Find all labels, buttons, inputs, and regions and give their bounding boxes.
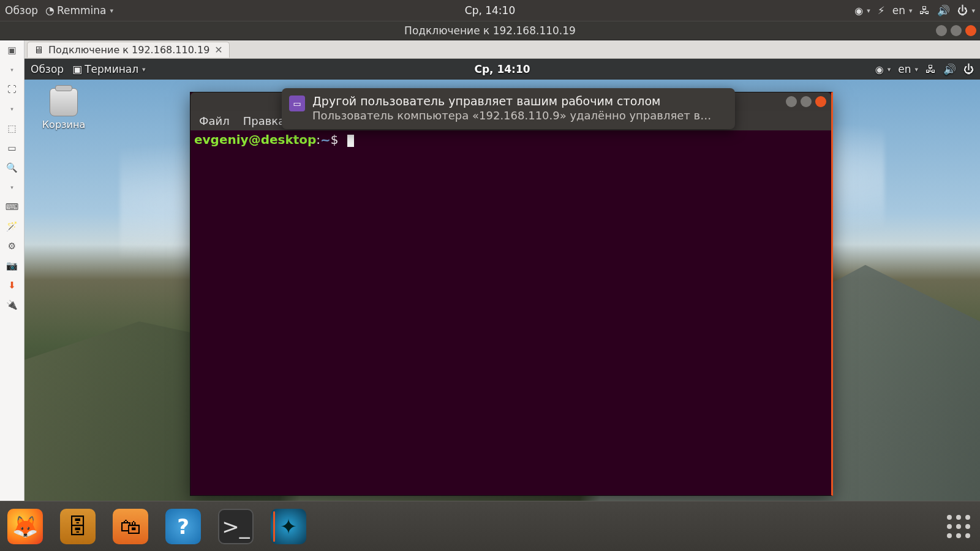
window-close-button[interactable] — [965, 25, 976, 36]
remmina-toolbar: ▣ ⛶ ⬚ ▭ 🔍 ⌨ 🪄 ⚙ 📷 ⬇ 🔌 — [0, 40, 24, 501]
remote-activities-button[interactable]: Обзор — [31, 63, 64, 75]
remmina-tool-fullscreen-icon[interactable]: ⬚ — [4, 121, 20, 136]
remote-topbar: Обзор ▣ Терминал Ср, 14:10 ◉ en 🖧 🔊 ⏻ — [24, 59, 980, 80]
terminal-maximize-button[interactable] — [801, 96, 812, 107]
window-maximize-button[interactable] — [951, 25, 962, 36]
remmina-tool-download-icon[interactable]: ⬇ — [4, 278, 20, 293]
remmina-client-area: ▣ ⛶ ⬚ ▭ 🔍 ⌨ 🪄 ⚙ 📷 ⬇ 🔌 🖥 Подключение к 19… — [0, 40, 980, 501]
volume-icon[interactable]: 🔊 — [937, 4, 950, 17]
screen-share-icon: ▭ — [289, 96, 305, 111]
host-activities-button[interactable]: Обзор — [5, 4, 38, 17]
dock-app-terminal[interactable]: >_ — [218, 509, 254, 544]
remote-desktop-viewport[interactable]: Обзор ▣ Терминал Ср, 14:10 ◉ en 🖧 🔊 ⏻ Ко… — [24, 59, 980, 501]
show-applications-button[interactable] — [944, 512, 973, 541]
network-icon[interactable]: 🖧 — [919, 4, 930, 17]
remote-keyboard-layout-label: en — [898, 63, 911, 75]
remote-app-menu[interactable]: ▣ Терминал — [72, 63, 146, 75]
dock-app-help[interactable]: ? — [165, 509, 201, 544]
remote-app-menu-label: Терминал — [85, 63, 138, 75]
dock-app-firefox[interactable]: 🦊 — [7, 509, 43, 544]
dock-app-remmina[interactable]: ✦ — [271, 509, 306, 544]
remmina-tool-fit-window-icon[interactable]: ▭ — [4, 141, 20, 156]
dock-app-software[interactable]: 🛍 — [113, 509, 148, 544]
keyboard-layout-label: en — [892, 4, 905, 17]
keyboard-layout-menu[interactable]: en — [892, 4, 913, 17]
remote-power-icon[interactable]: ⏻ — [963, 63, 974, 75]
prompt-path: ~ — [320, 132, 331, 147]
host-app-menu-label: Remmina — [57, 4, 107, 17]
tab-close-button[interactable]: ✕ — [214, 44, 222, 56]
terminal-menu-edit[interactable]: Правка — [243, 114, 285, 127]
unknown-indicator-icon[interactable]: ⚡ — [878, 4, 885, 17]
terminal-cursor — [347, 135, 354, 147]
terminal-small-icon: ▣ — [72, 63, 82, 75]
notification-body: Пользователь компьютера «192.168.110.9» … — [312, 109, 725, 122]
window-title: Подключение к 192.168.110.19 — [404, 24, 576, 37]
host-app-menu[interactable]: ◔ Remmina — [45, 4, 113, 17]
accessibility-icon: ◉ — [875, 64, 884, 75]
remmina-tabbar: 🖥 Подключение к 192.168.110.19 ✕ — [24, 40, 980, 59]
remote-network-icon[interactable]: 🖧 — [925, 63, 936, 75]
remmina-tool-dropdown-3[interactable] — [4, 180, 20, 195]
shopping-bag-icon: 🛍 — [120, 514, 141, 539]
remmina-tool-tools-icon[interactable]: ⚙ — [4, 239, 20, 253]
help-icon: ? — [177, 514, 189, 539]
trash-label: Корзина — [34, 119, 93, 130]
remmina-tool-keyboard-icon[interactable]: ⌨ — [4, 200, 20, 214]
power-icon: ⏻ — [957, 4, 968, 17]
remmina-window-titlebar: Подключение к 192.168.110.19 — [0, 21, 980, 40]
system-menu[interactable]: ⏻ — [957, 4, 975, 17]
terminal-menu-file[interactable]: Файл — [199, 114, 230, 127]
accessibility-icon: ◉ — [854, 5, 863, 17]
accessibility-menu[interactable]: ◉ — [854, 5, 870, 17]
terminal-close-button[interactable] — [815, 96, 826, 107]
remmina-tool-dropdown[interactable] — [4, 62, 20, 77]
remmina-tool-preferences-icon[interactable]: 🪄 — [4, 219, 20, 234]
remmina-tool-dropdown-2[interactable] — [4, 102, 20, 116]
host-dock: 🦊 🗄 🛍 ? >_ ✦ — [0, 501, 980, 551]
host-topbar: Обзор ◔ Remmina Ср, 14:10 ◉ ⚡ en 🖧 🔊 ⏻ — [0, 0, 980, 21]
terminal-window[interactable]: Файл Правка evgeniy@desktop:~$ — [190, 92, 833, 496]
remmina-tool-search-icon[interactable]: 🔍 — [4, 160, 20, 175]
tab-label: Подключение к 192.168.110.19 — [48, 44, 209, 56]
prompt-symbol: $ — [331, 132, 339, 147]
notification-title: Другой пользователь управляет вашим рабо… — [312, 94, 725, 108]
trash-icon — [50, 88, 78, 116]
remmina-tool-disconnect-icon[interactable]: 🔌 — [4, 298, 20, 312]
remmina-tool-fit-icon[interactable]: ⛶ — [4, 82, 20, 97]
host-clock[interactable]: Ср, 14:10 — [465, 4, 515, 17]
remote-clock[interactable]: Ср, 14:10 — [474, 63, 530, 75]
remmina-connection-tab[interactable]: 🖥 Подключение к 192.168.110.19 ✕ — [27, 42, 230, 58]
terminal-icon: >_ — [222, 514, 250, 539]
remmina-icon: ✦ — [280, 514, 298, 539]
prompt-host: desktop — [261, 132, 317, 147]
monitor-icon: 🖥 — [34, 44, 43, 56]
window-minimize-button[interactable] — [936, 25, 947, 36]
trash-desktop-icon[interactable]: Корзина — [34, 88, 93, 130]
prompt-user: evgeniy — [194, 132, 249, 147]
terminal-body[interactable]: evgeniy@desktop:~$ — [190, 130, 831, 149]
remmina-tool-screenshot-icon[interactable]: 📷 — [4, 258, 20, 273]
remote-accessibility-menu[interactable]: ◉ — [875, 64, 891, 75]
files-icon: 🗄 — [67, 514, 88, 539]
firefox-icon: 🦊 — [12, 514, 38, 539]
terminal-minimize-button[interactable] — [786, 96, 797, 107]
remote-control-notification[interactable]: ▭ Другой пользователь управляет вашим ра… — [282, 88, 735, 129]
remote-volume-icon[interactable]: 🔊 — [943, 63, 956, 75]
remote-keyboard-layout-menu[interactable]: en — [898, 63, 918, 75]
remmina-tool-menu-icon[interactable]: ▣ — [4, 43, 20, 58]
remmina-small-icon: ◔ — [45, 4, 55, 17]
dock-app-files[interactable]: 🗄 — [60, 509, 96, 544]
